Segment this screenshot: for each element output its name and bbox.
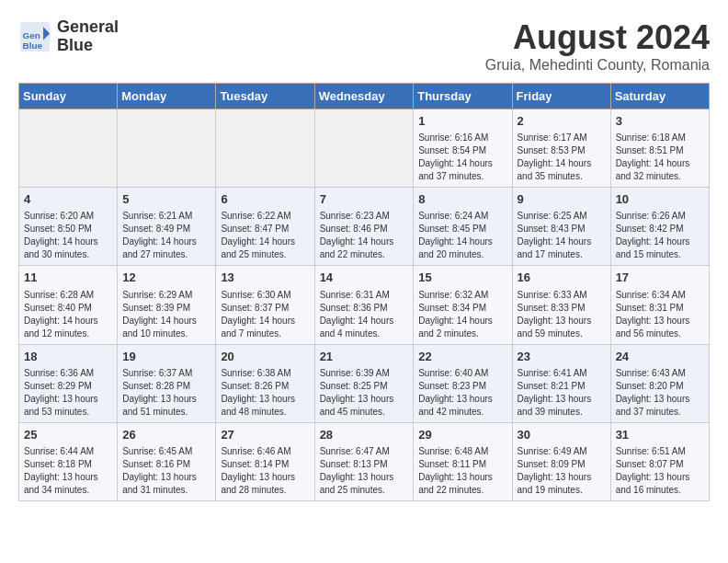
calendar-cell: 9Sunrise: 6:25 AMSunset: 8:43 PMDaylight…: [512, 188, 610, 266]
day-info: Sunrise: 6:47 AMSunset: 8:13 PMDaylight:…: [320, 445, 409, 497]
calendar-cell: 13Sunrise: 6:30 AMSunset: 8:37 PMDayligh…: [216, 266, 314, 344]
day-info: Sunrise: 6:46 AMSunset: 8:14 PMDaylight:…: [221, 445, 309, 497]
calendar-cell: 15Sunrise: 6:32 AMSunset: 8:34 PMDayligh…: [414, 266, 512, 344]
calendar-week-4: 18Sunrise: 6:36 AMSunset: 8:29 PMDayligh…: [19, 344, 710, 422]
col-header-friday: Friday: [512, 84, 610, 109]
calendar-cell: 23Sunrise: 6:41 AMSunset: 8:21 PMDayligh…: [512, 344, 610, 422]
calendar-cell: [314, 109, 414, 188]
logo-line1: General: [57, 18, 119, 37]
logo-icon: Gen Blue: [18, 20, 51, 53]
col-header-wednesday: Wednesday: [314, 84, 414, 109]
day-number: 30: [518, 427, 606, 443]
calendar-cell: [19, 109, 118, 188]
day-info: Sunrise: 6:34 AMSunset: 8:31 PMDaylight:…: [616, 289, 704, 340]
day-info: Sunrise: 6:37 AMSunset: 8:28 PMDaylight:…: [122, 367, 210, 419]
calendar-cell: 2Sunrise: 6:17 AMSunset: 8:53 PMDaylight…: [512, 109, 610, 188]
col-header-tuesday: Tuesday: [216, 84, 314, 109]
day-number: 19: [122, 349, 210, 365]
calendar-cell: 7Sunrise: 6:23 AMSunset: 8:46 PMDaylight…: [314, 188, 414, 266]
col-header-monday: Monday: [118, 84, 216, 109]
calendar-cell: 16Sunrise: 6:33 AMSunset: 8:33 PMDayligh…: [512, 266, 610, 344]
col-header-saturday: Saturday: [610, 84, 709, 109]
calendar-header-row: SundayMondayTuesdayWednesdayThursdayFrid…: [19, 84, 710, 109]
day-info: Sunrise: 6:18 AMSunset: 8:51 PMDaylight:…: [616, 132, 704, 183]
day-number: 5: [122, 191, 210, 208]
day-info: Sunrise: 6:48 AMSunset: 8:11 PMDaylight:…: [418, 445, 506, 497]
calendar-cell: 28Sunrise: 6:47 AMSunset: 8:13 PMDayligh…: [314, 422, 414, 500]
calendar-cell: 20Sunrise: 6:38 AMSunset: 8:26 PMDayligh…: [216, 344, 314, 422]
calendar-table: SundayMondayTuesdayWednesdayThursdayFrid…: [18, 83, 710, 501]
day-info: Sunrise: 6:20 AMSunset: 8:50 PMDaylight:…: [24, 210, 112, 261]
day-number: 1: [418, 113, 506, 130]
day-number: 16: [518, 270, 606, 286]
day-info: Sunrise: 6:17 AMSunset: 8:53 PMDaylight:…: [518, 132, 606, 183]
day-number: 28: [320, 427, 409, 443]
day-info: Sunrise: 6:39 AMSunset: 8:25 PMDaylight:…: [320, 367, 409, 419]
calendar-cell: 21Sunrise: 6:39 AMSunset: 8:25 PMDayligh…: [314, 344, 414, 422]
calendar-cell: 8Sunrise: 6:24 AMSunset: 8:45 PMDaylight…: [414, 188, 512, 266]
day-info: Sunrise: 6:43 AMSunset: 8:20 PMDaylight:…: [616, 367, 704, 419]
day-info: Sunrise: 6:24 AMSunset: 8:45 PMDaylight:…: [418, 210, 506, 261]
col-header-thursday: Thursday: [414, 84, 512, 109]
calendar-subtitle: Gruia, Mehedinti County, Romania: [485, 57, 710, 74]
day-number: 2: [518, 113, 606, 130]
day-info: Sunrise: 6:40 AMSunset: 8:23 PMDaylight:…: [418, 367, 506, 419]
day-info: Sunrise: 6:31 AMSunset: 8:36 PMDaylight:…: [320, 289, 409, 340]
calendar-cell: 1Sunrise: 6:16 AMSunset: 8:54 PMDaylight…: [414, 109, 512, 188]
calendar-week-5: 25Sunrise: 6:44 AMSunset: 8:18 PMDayligh…: [19, 422, 710, 500]
calendar-cell: 24Sunrise: 6:43 AMSunset: 8:20 PMDayligh…: [610, 344, 709, 422]
calendar-cell: 26Sunrise: 6:45 AMSunset: 8:16 PMDayligh…: [118, 422, 216, 500]
logo: Gen Blue General Blue: [18, 18, 119, 55]
calendar-cell: 17Sunrise: 6:34 AMSunset: 8:31 PMDayligh…: [610, 266, 709, 344]
calendar-cell: [118, 109, 216, 188]
day-info: Sunrise: 6:49 AMSunset: 8:09 PMDaylight:…: [518, 445, 606, 497]
day-number: 12: [122, 270, 210, 286]
day-info: Sunrise: 6:38 AMSunset: 8:26 PMDaylight:…: [221, 367, 309, 419]
day-number: 29: [418, 427, 506, 443]
svg-text:Gen: Gen: [23, 30, 40, 40]
day-number: 20: [221, 349, 309, 365]
calendar-cell: 25Sunrise: 6:44 AMSunset: 8:18 PMDayligh…: [19, 422, 118, 500]
day-info: Sunrise: 6:29 AMSunset: 8:39 PMDaylight:…: [122, 289, 210, 340]
day-info: Sunrise: 6:23 AMSunset: 8:46 PMDaylight:…: [320, 210, 409, 261]
title-area: August 2024 Gruia, Mehedinti County, Rom…: [485, 18, 710, 74]
col-header-sunday: Sunday: [19, 84, 118, 109]
day-number: 13: [221, 270, 309, 286]
day-number: 25: [24, 427, 112, 443]
day-number: 6: [221, 191, 309, 208]
calendar-cell: 29Sunrise: 6:48 AMSunset: 8:11 PMDayligh…: [414, 422, 512, 500]
day-info: Sunrise: 6:30 AMSunset: 8:37 PMDaylight:…: [221, 289, 309, 340]
calendar-cell: 10Sunrise: 6:26 AMSunset: 8:42 PMDayligh…: [610, 188, 709, 266]
day-number: 14: [320, 270, 409, 286]
day-number: 9: [518, 191, 606, 208]
calendar-cell: 4Sunrise: 6:20 AMSunset: 8:50 PMDaylight…: [19, 188, 118, 266]
calendar-cell: 3Sunrise: 6:18 AMSunset: 8:51 PMDaylight…: [610, 109, 709, 188]
day-number: 26: [122, 427, 210, 443]
day-info: Sunrise: 6:16 AMSunset: 8:54 PMDaylight:…: [418, 132, 506, 183]
day-number: 17: [616, 270, 704, 286]
day-info: Sunrise: 6:28 AMSunset: 8:40 PMDaylight:…: [24, 289, 112, 340]
calendar-cell: 12Sunrise: 6:29 AMSunset: 8:39 PMDayligh…: [118, 266, 216, 344]
logo-text: General Blue: [57, 18, 119, 55]
day-number: 23: [518, 349, 606, 365]
svg-text:Blue: Blue: [23, 40, 43, 50]
day-info: Sunrise: 6:21 AMSunset: 8:49 PMDaylight:…: [122, 210, 210, 261]
day-info: Sunrise: 6:41 AMSunset: 8:21 PMDaylight:…: [518, 367, 606, 419]
calendar-cell: 18Sunrise: 6:36 AMSunset: 8:29 PMDayligh…: [19, 344, 118, 422]
day-info: Sunrise: 6:25 AMSunset: 8:43 PMDaylight:…: [518, 210, 606, 261]
calendar-cell: 31Sunrise: 6:51 AMSunset: 8:07 PMDayligh…: [610, 422, 709, 500]
day-number: 22: [418, 349, 506, 365]
calendar-cell: 14Sunrise: 6:31 AMSunset: 8:36 PMDayligh…: [314, 266, 414, 344]
day-info: Sunrise: 6:51 AMSunset: 8:07 PMDaylight:…: [616, 445, 704, 497]
day-number: 27: [221, 427, 309, 443]
day-number: 3: [616, 113, 704, 130]
calendar-cell: 6Sunrise: 6:22 AMSunset: 8:47 PMDaylight…: [216, 188, 314, 266]
calendar-cell: 5Sunrise: 6:21 AMSunset: 8:49 PMDaylight…: [118, 188, 216, 266]
day-number: 15: [418, 270, 506, 286]
day-info: Sunrise: 6:26 AMSunset: 8:42 PMDaylight:…: [616, 210, 704, 261]
day-number: 31: [616, 427, 704, 443]
day-number: 4: [24, 191, 112, 208]
calendar-title: August 2024: [485, 18, 710, 57]
day-number: 11: [24, 270, 112, 286]
calendar-cell: 22Sunrise: 6:40 AMSunset: 8:23 PMDayligh…: [414, 344, 512, 422]
